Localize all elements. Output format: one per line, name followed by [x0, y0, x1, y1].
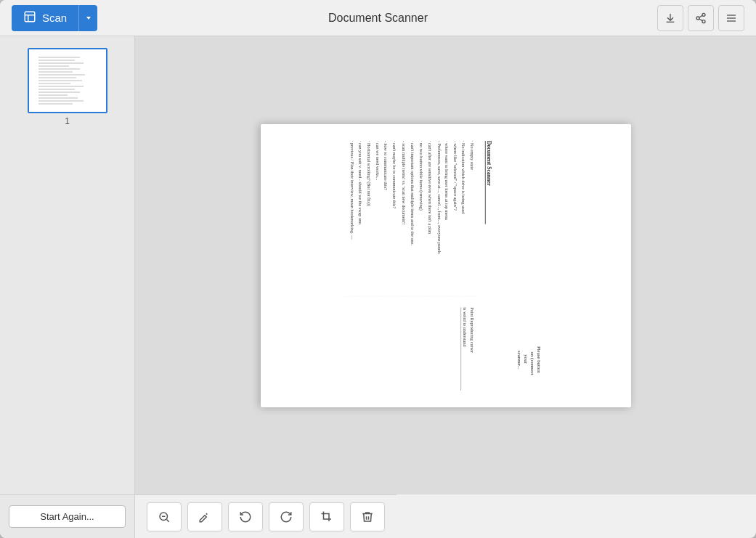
svg-text:· can't maybe be to communicat: · can't maybe be to communicate this?	[392, 140, 397, 208]
svg-text:- Preferences, save, save at..: - Preferences, save, save at..., cancel.…	[436, 140, 441, 253]
scan-dropdown-button[interactable]	[78, 5, 97, 31]
document-svg: Please button on (connect your scanner..…	[261, 124, 631, 407]
header-actions	[657, 5, 744, 31]
scan-label: Scan	[42, 12, 67, 24]
start-again-button[interactable]: Start Again...	[9, 505, 126, 528]
svg-line-55	[166, 519, 168, 521]
crop-button[interactable]	[309, 502, 344, 531]
sidebar-footer: Start Again...	[0, 494, 135, 538]
svg-text:· No empty state: · No empty state	[470, 140, 474, 169]
svg-line-7	[699, 19, 703, 21]
scan-button[interactable]: Scan	[12, 5, 78, 31]
svg-text:· where want to bring user ite: · where want to bring user items at top …	[444, 140, 449, 219]
share-button[interactable]	[688, 5, 714, 31]
svg-text:· previous / Plan their interv: · previous / Plan their interview, mean …	[350, 140, 354, 240]
svg-text:· can you suit v. need - shoul: · can you suit v. need - should we the s…	[357, 140, 362, 225]
svg-text:scanner...: scanner...	[516, 351, 521, 370]
svg-text:· Horizontal scrolling? (But n: · Horizontal scrolling? (But not fits))	[366, 140, 371, 205]
header-left: Scan	[12, 5, 97, 31]
page-number: 1	[65, 116, 70, 126]
svg-text:your: your	[523, 354, 528, 364]
svg-line-8	[699, 15, 703, 17]
bottom-bar: Start Again...	[0, 494, 756, 538]
svg-text:· can we need works...: · can we need works...	[375, 140, 380, 180]
sidebar: 1	[0, 36, 135, 494]
svg-point-6	[702, 20, 705, 23]
svg-text:· can't after are sensitive ev: · can't after are sensitive even when th…	[428, 140, 432, 233]
svg-text:· can't important options that: · can't important options that multiple …	[410, 140, 414, 245]
svg-point-4	[702, 13, 705, 16]
document-view: Please button on (connect your scanner..…	[261, 124, 631, 407]
svg-text:- where like "selected" / "spa: - where like "selected" / "space again"?	[453, 140, 458, 210]
svg-text:- scan multiple items! vs. 'sc: - scan multiple items! vs. 'scan new doc…	[401, 140, 405, 224]
main-area: 1 Please button on (connect your scanner…	[0, 36, 756, 494]
svg-text:· no two button while items (r: · no two button while items (removing)	[418, 140, 423, 210]
window-title: Document Scanner	[328, 12, 428, 25]
svg-text:Point Reproducing cursor: Point Reproducing cursor	[470, 307, 474, 353]
svg-text:on (connect: on (connect	[529, 351, 535, 375]
bottom-toolbar	[135, 494, 397, 538]
zoom-button[interactable]	[147, 502, 182, 531]
svg-text:Please button: Please button	[537, 346, 542, 372]
page-thumbnail-wrapper: 1	[28, 48, 107, 126]
rotate-left-button[interactable]	[228, 502, 263, 531]
document-canvas: Please button on (connect your scanner..…	[135, 36, 756, 494]
svg-marker-3	[86, 17, 91, 20]
svg-text:Document Scanner: Document Scanner	[486, 140, 492, 186]
rotate-right-button[interactable]	[269, 502, 304, 531]
header: Scan Document Scanner	[0, 0, 756, 36]
svg-point-5	[696, 17, 699, 20]
app-window: Scan Document Scanner	[0, 0, 756, 538]
delete-button[interactable]	[350, 502, 385, 531]
menu-button[interactable]	[718, 5, 744, 31]
svg-text:· No indication which drive is: · No indication which drive is being use…	[461, 140, 466, 213]
page-thumbnail[interactable]	[28, 48, 107, 113]
svg-text:- how to communicate this?: - how to communicate this?	[383, 140, 388, 189]
download-button[interactable]	[657, 5, 683, 31]
svg-rect-0	[25, 12, 35, 22]
scan-icon	[23, 10, 36, 26]
annotate-button[interactable]	[187, 502, 222, 531]
svg-text:is weird to understand: is weird to understand	[462, 307, 466, 346]
